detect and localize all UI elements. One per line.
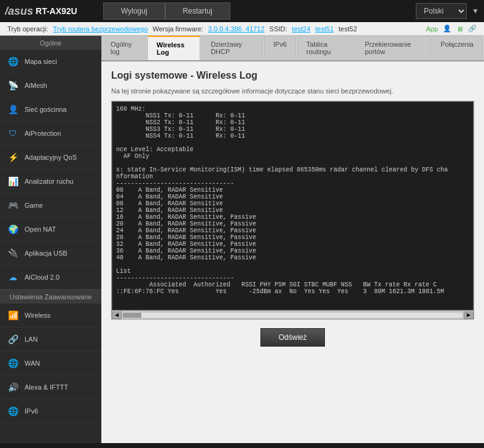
ssid-test52: test52 bbox=[338, 25, 357, 33]
tab-dhcp[interactable]: Dzierżawy DHCP bbox=[201, 36, 263, 60]
sidebar-item-usb-app[interactable]: 🔌 Aplikacja USB bbox=[0, 242, 101, 265]
lan-icon: 🔗 bbox=[6, 332, 20, 346]
sidebar-item-wan[interactable]: 🌐 WAN bbox=[0, 352, 101, 375]
log-container: 160 MHz: NSS1 Tx: 0-11 Rx: 0-11 NSS2 Tx:… bbox=[111, 101, 474, 320]
sidebar-item-game[interactable]: 🎮 Game bbox=[0, 194, 101, 218]
map-icon: 🌐 bbox=[6, 55, 20, 68]
ipv6-icon: 🌐 bbox=[6, 404, 20, 418]
shield-icon: 🛡 bbox=[6, 127, 20, 140]
section-advanced: Ustawienia Zaawansowane bbox=[0, 289, 101, 304]
page-title: Logi systemowe - Wireless Log bbox=[111, 70, 474, 81]
logo-area: /asus RT-AX92U bbox=[5, 5, 103, 18]
main-layout: Ogólne 🌐 Mapa sieci 📡 AiMesh 👤 Sieć gośc… bbox=[0, 36, 484, 443]
sidebar-item-mapa-sieci[interactable]: 🌐 Mapa sieci bbox=[0, 50, 101, 74]
sidebar-item-aicloud[interactable]: ☁ AiCloud 2.0 bbox=[0, 265, 101, 289]
scroll-right-btn[interactable]: ▶ bbox=[464, 312, 474, 319]
sidebar-label: AiProtection bbox=[25, 130, 61, 137]
firmware-label: Wersja firmware: bbox=[153, 25, 203, 33]
sidebar-label: Analizator ruchu bbox=[25, 178, 74, 185]
aimesh-icon: 📡 bbox=[6, 79, 20, 92]
logo-asus: /asus bbox=[5, 5, 33, 18]
sidebar-item-guest-network[interactable]: 👤 Sieć gościnna bbox=[0, 98, 101, 122]
sidebar-label: Adaptacyjny QoS bbox=[25, 154, 77, 161]
app-icons: App 👤 🖥 🔗 bbox=[426, 25, 477, 33]
tab-port-forward[interactable]: Przekierowanie portów bbox=[356, 36, 430, 60]
qos-icon: ⚡ bbox=[6, 151, 20, 164]
usb-icon: 🔌 bbox=[6, 246, 20, 260]
tab-routing-table[interactable]: Tablica routingu bbox=[297, 36, 354, 60]
tab-bar: Ogólny log Wireless Log Dzierżawy DHCP I… bbox=[101, 36, 484, 61]
sidebar-label: WAN bbox=[25, 360, 40, 367]
chart-icon: 📊 bbox=[6, 175, 20, 188]
content-inner: Logi systemowe - Wireless Log Na tej str… bbox=[101, 61, 484, 443]
game-icon: 🎮 bbox=[6, 198, 20, 212]
cloud-icon: ☁ bbox=[6, 270, 20, 284]
sidebar-label: Sieć gościnna bbox=[25, 106, 67, 113]
sidebar-label: Open NAT bbox=[25, 226, 56, 233]
tab-connections[interactable]: Połączenia bbox=[431, 36, 483, 60]
log-box[interactable]: 160 MHz: NSS1 Tx: 0-11 Rx: 0-11 NSS2 Tx:… bbox=[112, 101, 474, 310]
share-icon: 🔗 bbox=[468, 25, 477, 33]
ssid-test51[interactable]: test51 bbox=[315, 25, 334, 33]
ssid-test24[interactable]: test24 bbox=[292, 25, 310, 33]
scroll-thumb bbox=[123, 313, 141, 318]
sidebar: Ogólne 🌐 Mapa sieci 📡 AiMesh 👤 Sieć gośc… bbox=[0, 36, 101, 443]
logo-model: RT-AX92U bbox=[36, 6, 77, 16]
sidebar-label: Mapa sieci bbox=[25, 58, 57, 65]
operation-mode-link[interactable]: Tryb routera bezprzewodowego bbox=[53, 25, 147, 33]
nat-icon: 🌍 bbox=[6, 222, 20, 236]
ssid-label: SSID: bbox=[270, 25, 287, 33]
tab-wireless-log[interactable]: Wireless Log bbox=[147, 36, 200, 60]
top-nav: Wyloguj Restartuj bbox=[103, 2, 416, 20]
refresh-button[interactable]: Odśwież bbox=[260, 328, 324, 347]
page-description: Na tej stronie pokazywane są szczegółowe… bbox=[111, 87, 474, 95]
top-right: Polski English Deutsch ▼ bbox=[416, 3, 479, 19]
alexa-icon: 🔊 bbox=[6, 380, 20, 394]
sidebar-item-ipv6[interactable]: 🌐 IPv6 bbox=[0, 399, 101, 423]
sidebar-item-aimesh[interactable]: 📡 AiMesh bbox=[0, 74, 101, 98]
horizontal-scrollbar[interactable]: ◀ ▶ bbox=[112, 310, 474, 319]
sidebar-item-wireless[interactable]: 📶 Wireless bbox=[0, 304, 101, 328]
sidebar-label: Game bbox=[25, 202, 43, 209]
sidebar-item-traffic-analyzer[interactable]: 📊 Analizator ruchu bbox=[0, 170, 101, 194]
app-label: App bbox=[426, 25, 438, 33]
sidebar-item-open-nat[interactable]: 🌍 Open NAT bbox=[0, 218, 101, 242]
wan-icon: 🌐 bbox=[6, 356, 20, 370]
sidebar-item-aiprotection[interactable]: 🛡 AiProtection bbox=[0, 122, 101, 146]
sidebar-label: LAN bbox=[25, 336, 37, 343]
logout-button[interactable]: Wyloguj bbox=[103, 2, 165, 20]
sidebar-label: AiMesh bbox=[25, 82, 47, 89]
button-area: Odśwież bbox=[111, 328, 474, 347]
dropdown-icon: ▼ bbox=[472, 7, 479, 15]
tab-general-log[interactable]: Ogólny log bbox=[101, 36, 146, 60]
scroll-left-btn[interactable]: ◀ bbox=[112, 312, 122, 319]
sidebar-label: Alexa & IFTTT bbox=[25, 383, 68, 391]
sidebar-label: Wireless bbox=[25, 312, 50, 319]
firmware-version-link[interactable]: 3.0.0.4.386_41712 bbox=[208, 25, 265, 33]
sidebar-label: Aplikacja USB bbox=[25, 250, 68, 257]
info-bar: Tryb operacji: Tryb routera bezprzewodow… bbox=[0, 22, 484, 36]
sidebar-label: AiCloud 2.0 bbox=[25, 273, 60, 281]
section-general: Ogólne bbox=[0, 36, 101, 50]
monitor-icon: 🖥 bbox=[456, 25, 463, 33]
sidebar-item-adaptive-qos[interactable]: ⚡ Adaptacyjny QoS bbox=[0, 146, 101, 170]
restart-button[interactable]: Restartuj bbox=[165, 2, 230, 20]
top-bar: /asus RT-AX92U Wyloguj Restartuj Polski … bbox=[0, 0, 484, 22]
wireless-icon: 📶 bbox=[6, 308, 20, 322]
guest-icon: 👤 bbox=[6, 103, 20, 116]
tab-ipv6[interactable]: IPv6 bbox=[264, 36, 296, 60]
operation-label: Tryb operacji: bbox=[7, 25, 48, 33]
sidebar-item-alexa[interactable]: 🔊 Alexa & IFTTT bbox=[0, 375, 101, 399]
content-area: Ogólny log Wireless Log Dzierżawy DHCP I… bbox=[101, 36, 484, 443]
user-icon: 👤 bbox=[443, 25, 451, 33]
sidebar-label: IPv6 bbox=[25, 407, 38, 415]
sidebar-item-lan[interactable]: 🔗 LAN bbox=[0, 328, 101, 352]
scroll-track bbox=[123, 313, 463, 318]
language-select[interactable]: Polski English Deutsch bbox=[416, 3, 467, 19]
